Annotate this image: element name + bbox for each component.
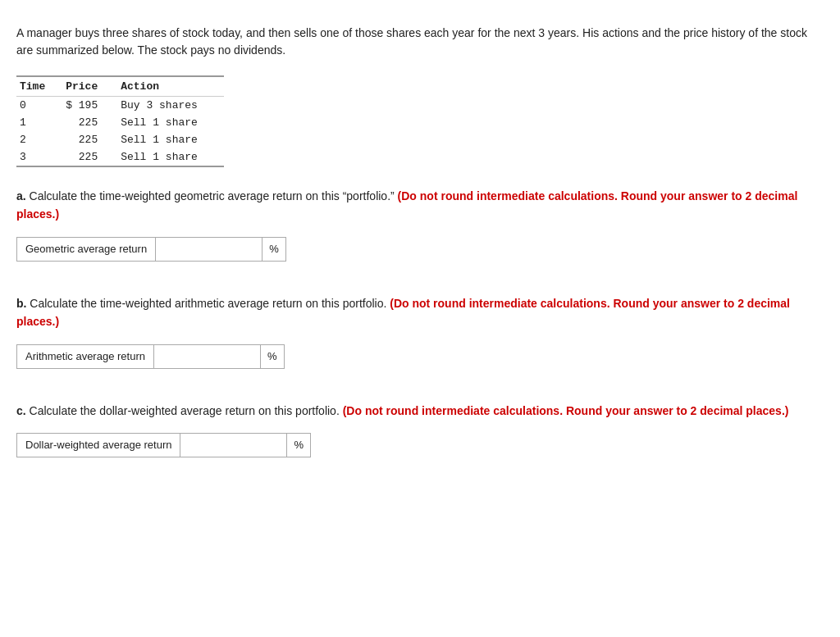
question-b-input-row: Arithmetic average return % [16,344,824,369]
dollar-return-input[interactable] [180,433,287,457]
col-header-time: Time [16,76,60,97]
dollar-return-label: Dollar-weighted average return [16,433,180,457]
question-a-text: a. Calculate the time-weighted geometric… [16,187,824,224]
table-cell: 1 [16,114,60,131]
question-b-body: Calculate the time-weighted arithmetic a… [26,297,390,310]
table-cell: 3 [16,148,60,166]
arithmetic-return-input[interactable] [154,344,261,369]
question-c-body: Calculate the dollar-weighted average re… [26,404,343,417]
table-cell: Sell 1 share [117,148,224,166]
table-cell: 225 [60,148,117,166]
table-cell: 2 [16,131,60,148]
question-c-label: c. [16,404,26,417]
dollar-return-percent: % [287,433,311,457]
table-row: 0$ 195Buy 3 shares [16,97,224,115]
question-a-body: Calculate the time-weighted geometric av… [26,189,398,202]
question-c-text: c. Calculate the dollar-weighted average… [16,402,824,420]
table-cell: Buy 3 shares [117,97,224,115]
arithmetic-return-label: Arithmetic average return [16,344,154,369]
table-cell: 225 [60,131,117,148]
question-c-section: c. Calculate the dollar-weighted average… [16,402,824,457]
geometric-return-percent: % [262,237,286,262]
question-c-input-row: Dollar-weighted average return % [16,433,824,457]
table-cell: Sell 1 share [117,131,224,148]
question-b-label: b. [16,297,26,310]
arithmetic-return-percent: % [261,344,285,369]
table-row: 1225Sell 1 share [16,114,224,131]
stock-data-table: Time Price Action 0$ 195Buy 3 shares1225… [16,75,224,167]
table-row: 2225Sell 1 share [16,131,224,148]
question-b-section: b. Calculate the time-weighted arithmeti… [16,294,824,369]
question-a-label: a. [16,189,26,202]
col-header-action: Action [117,76,224,97]
question-a-input-row: Geometric average return % [16,237,824,262]
table-cell: $ 195 [60,97,117,115]
question-c-instruction: (Do not round intermediate calculations.… [343,404,789,417]
geometric-return-input[interactable] [156,237,262,262]
col-header-price: Price [60,76,117,97]
table-cell: 225 [60,114,117,131]
intro-paragraph: A manager buys three shares of stock tod… [16,25,824,59]
table-row: 3225Sell 1 share [16,148,224,166]
question-b-text: b. Calculate the time-weighted arithmeti… [16,294,824,331]
question-a-section: a. Calculate the time-weighted geometric… [16,187,824,262]
table-cell: Sell 1 share [117,114,224,131]
geometric-return-label: Geometric average return [16,237,156,262]
table-cell: 0 [16,97,60,115]
